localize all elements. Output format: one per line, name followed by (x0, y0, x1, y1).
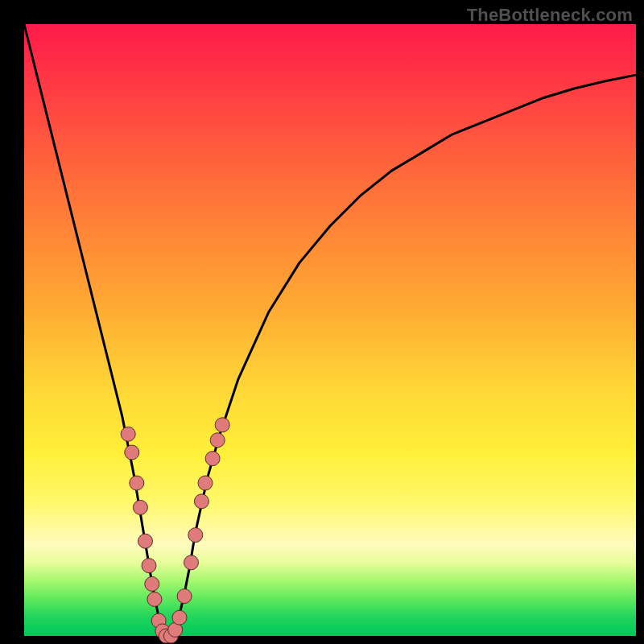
data-marker (172, 610, 187, 625)
data-marker (194, 494, 208, 509)
data-marker (184, 555, 199, 570)
data-marker (188, 528, 203, 543)
chart-frame: TheBottleneck.com (0, 0, 644, 644)
chart-svg (0, 0, 644, 644)
data-marker (198, 476, 213, 490)
data-marker (125, 445, 139, 460)
data-marker (147, 592, 162, 606)
data-marker (215, 418, 229, 432)
data-marker (130, 476, 144, 490)
bottleneck-curve (24, 24, 636, 636)
data-marker (133, 500, 147, 514)
data-marker (142, 559, 156, 573)
data-marker (138, 534, 153, 548)
data-marker (121, 427, 135, 441)
data-marker (210, 433, 225, 448)
data-marker (177, 589, 192, 604)
plot-border (24, 24, 637, 637)
data-marker (205, 452, 220, 466)
data-marker (145, 576, 159, 591)
